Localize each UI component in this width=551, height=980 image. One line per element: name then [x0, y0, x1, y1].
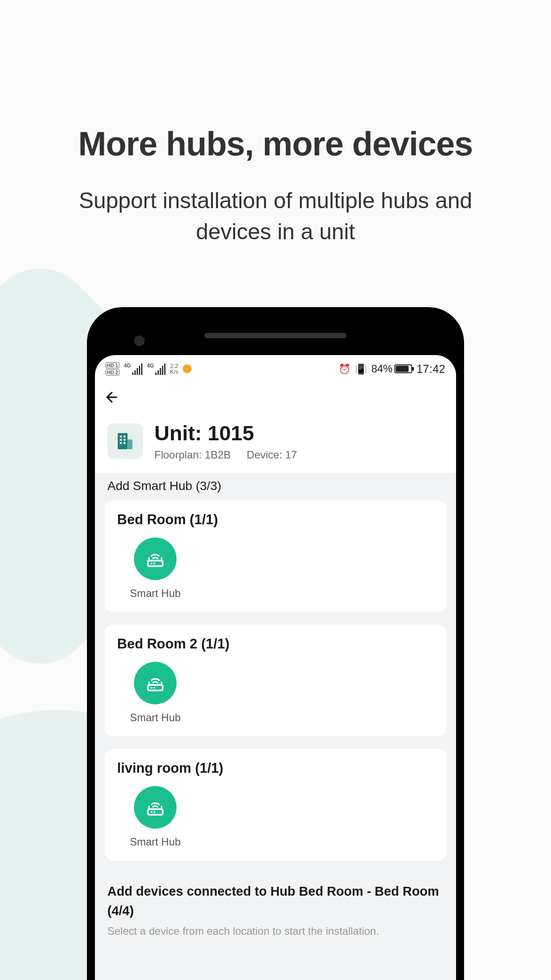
vibrate-icon [355, 363, 367, 375]
room-title: Bed Room 2 (1/1) [117, 636, 434, 652]
alarm-icon [338, 363, 350, 375]
unit-info: Unit: 1015 Floorplan: 1B2B Device: 17 [154, 421, 297, 461]
signal-bars-icon [155, 364, 165, 375]
room-title: Bed Room (1/1) [117, 512, 434, 528]
room-card-bed-room: Bed Room (1/1) Smart Hub [105, 500, 446, 612]
battery-icon [394, 364, 412, 373]
svg-point-14 [151, 687, 153, 689]
svg-point-9 [151, 563, 153, 565]
smart-hub-icon [134, 786, 177, 829]
hd-badge-2: HD 2 [106, 369, 119, 375]
status-bar: HD 1 HD 2 4G 4G 2.2 K/s [95, 357, 456, 381]
smart-hub-icon [134, 537, 177, 580]
building-icon [107, 423, 143, 459]
status-notification-icon [183, 364, 192, 373]
svg-point-15 [153, 687, 155, 689]
svg-rect-4 [120, 439, 122, 441]
svg-point-20 [153, 811, 155, 813]
smart-hub-label: Smart Hub [130, 836, 181, 848]
battery-indicator: 84% [371, 363, 412, 375]
marketing-header: More hubs, more devices Support installa… [0, 0, 551, 247]
status-right: 84% 17:42 [338, 363, 445, 375]
nav-bar [95, 381, 456, 414]
back-button[interactable] [103, 388, 121, 406]
svg-rect-5 [123, 439, 126, 441]
svg-rect-3 [123, 435, 126, 438]
unit-header: Unit: 1015 Floorplan: 1B2B Device: 17 [95, 414, 456, 473]
svg-rect-6 [120, 442, 122, 444]
battery-percentage: 84% [371, 363, 393, 375]
room-card-bed-room-2: Bed Room 2 (1/1) Smart Hub [105, 624, 446, 736]
smart-hub-icon [134, 662, 177, 704]
unit-meta: Floorplan: 1B2B Device: 17 [154, 449, 297, 461]
signal-bars-icon [132, 364, 142, 375]
svg-rect-0 [118, 433, 128, 449]
speed-unit: K/s [170, 369, 178, 375]
add-devices-section-help: Select a device from each location to st… [95, 923, 456, 937]
svg-rect-1 [128, 439, 133, 449]
unit-title: Unit: 1015 [154, 421, 297, 445]
arrow-left-icon [104, 389, 120, 405]
signal-2-label: 4G [147, 363, 154, 369]
smart-hub-item[interactable]: Smart Hub [124, 662, 186, 724]
room-title: living room (1/1) [117, 760, 434, 776]
room-card-living-room: living room (1/1) Smart Hub [105, 749, 446, 861]
add-devices-section-title: Add devices connected to Hub Bed Room - … [95, 873, 456, 923]
network-speed: 2.2 K/s [170, 363, 178, 375]
svg-point-19 [151, 811, 153, 813]
hd-badge-1: HD 1 [106, 362, 119, 368]
smart-hub-label: Smart Hub [130, 587, 181, 600]
device-count-label: Device: 17 [247, 449, 297, 461]
svg-rect-13 [148, 685, 162, 691]
phone-bezel-top [95, 315, 456, 355]
status-left: HD 1 HD 2 4G 4G 2.2 K/s [106, 362, 192, 375]
floorplan-label: Floorplan: 1B2B [154, 449, 231, 461]
content-scroll-area[interactable]: Add Smart Hub (3/3) Bed Room (1/1) [95, 473, 456, 980]
phone-screen: HD 1 HD 2 4G 4G 2.2 K/s [95, 355, 456, 980]
phone-speaker-slot [205, 333, 346, 338]
hd-badges: HD 1 HD 2 [106, 362, 119, 375]
add-hub-section-label: Add Smart Hub (3/3) [95, 473, 456, 500]
marketing-subtitle: Support installation of multiple hubs an… [53, 185, 498, 247]
svg-point-10 [153, 563, 155, 565]
phone-camera-dot [134, 336, 145, 346]
svg-rect-8 [148, 561, 162, 566]
smart-hub-item[interactable]: Smart Hub [124, 786, 186, 848]
smart-hub-label: Smart Hub [130, 711, 181, 724]
clock-time: 17:42 [417, 363, 445, 375]
marketing-title: More hubs, more devices [53, 124, 498, 163]
svg-rect-7 [123, 442, 126, 444]
phone-frame: HD 1 HD 2 4G 4G 2.2 K/s [87, 307, 464, 980]
smart-hub-item[interactable]: Smart Hub [124, 537, 186, 600]
svg-rect-2 [120, 435, 122, 438]
signal-group-2: 4G [147, 363, 165, 375]
signal-group-1: 4G [124, 363, 142, 375]
svg-rect-18 [148, 809, 162, 815]
signal-1-label: 4G [124, 363, 131, 369]
